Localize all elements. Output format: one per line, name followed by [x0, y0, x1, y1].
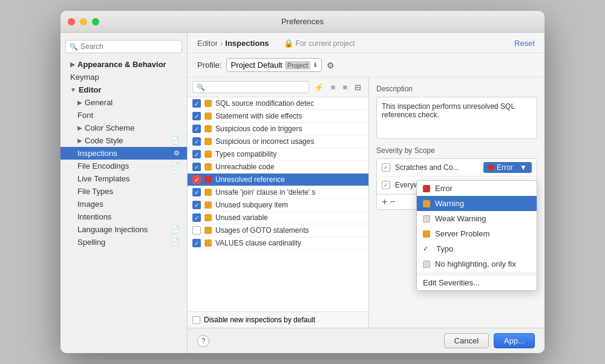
sidebar-item-file-types[interactable]: File Types — [60, 185, 187, 198]
sidebar-item-images[interactable]: Images — [60, 198, 187, 210]
severity-row-scratches[interactable]: ✓ Scratches and Co... Error ▼ — [377, 159, 537, 177]
insp-name: Usages of GOTO statements — [215, 226, 364, 235]
dropdown-item-error[interactable]: Error — [417, 181, 537, 196]
profile-tag: Project — [285, 61, 310, 70]
insp-row-types-compat[interactable]: ✓ Types compatibility — [188, 148, 368, 161]
insp-check[interactable] — [192, 226, 201, 235]
insp-check[interactable]: ✓ — [192, 112, 201, 120]
collapse-button[interactable]: ≡ — [340, 82, 350, 93]
reset-button[interactable]: Reset — [514, 39, 535, 48]
remove-scope-button[interactable]: − — [390, 197, 395, 207]
sidebar-item-inspections[interactable]: Inspections ⚙ — [60, 147, 187, 160]
sidebar-item-label: Inspections — [77, 149, 117, 158]
severity-check[interactable]: ✓ — [382, 181, 390, 189]
cancel-button[interactable]: Cancel — [444, 333, 489, 348]
dropdown-item-weak-warning[interactable]: Weak Warning — [417, 211, 537, 226]
sidebar-item-spelling[interactable]: Spelling 📄 — [60, 236, 187, 249]
insp-row-suspicious-triggers[interactable]: ✓ Suspicious code in triggers — [188, 123, 368, 135]
dropdown-item-no-highlight[interactable]: No highlighting, only fix — [417, 256, 537, 271]
description-text: This inspection performs unresolved SQL … — [382, 102, 515, 119]
dropdown-item-server-problem[interactable]: Server Problem — [417, 226, 537, 241]
sidebar-item-intentions[interactable]: Intentions — [60, 210, 187, 223]
insp-check[interactable]: ✓ — [192, 125, 201, 133]
filter-button[interactable]: ⚡ — [312, 82, 326, 93]
insp-check[interactable]: ✓ — [192, 213, 201, 222]
insp-color-dot — [204, 163, 212, 171]
expand-button[interactable]: ≡ — [329, 82, 338, 93]
sidebar-item-live-templates[interactable]: Live Templates — [60, 172, 187, 185]
main-panel: Editor › Inspections 🔒 For current proje… — [188, 33, 544, 353]
profile-label: Profile: — [197, 60, 221, 70]
insp-color-dot — [204, 201, 212, 209]
sidebar-item-language-injections[interactable]: Language Injections 📄 — [60, 223, 187, 236]
edit-severities-button[interactable]: Edit Severities... — [417, 275, 537, 290]
profile-name: Project Default — [231, 60, 282, 70]
sidebar-item-font[interactable]: Font — [60, 109, 187, 122]
insp-check[interactable]: ✓ — [192, 175, 201, 184]
insp-row-usages-goto[interactable]: Usages of GOTO statements — [188, 224, 368, 237]
footer: ? Cancel App... — [188, 328, 544, 353]
insp-row-unused-subquery[interactable]: ✓ Unused subquery item — [188, 199, 368, 212]
profile-select[interactable]: Project Default Project ⬇ — [226, 58, 322, 72]
profile-gear-icon[interactable]: ⚙ — [327, 60, 335, 70]
insp-check[interactable]: ✓ — [192, 163, 201, 171]
sidebar-item-general[interactable]: ▶ General — [60, 96, 187, 109]
insp-check[interactable]: ✓ — [192, 239, 201, 247]
dropdown-item-typo[interactable]: ✓ Typo — [417, 241, 537, 256]
insp-row-unsafe-join[interactable]: ✓ Unsafe 'join' clause in 'delete' s — [188, 186, 368, 199]
no-highlight-dot — [423, 261, 430, 268]
sidebar-item-file-encodings[interactable]: File Encodings 📄 — [60, 160, 187, 172]
severity-check[interactable]: ✓ — [382, 163, 390, 172]
disable-checkbox[interactable] — [192, 316, 200, 324]
insp-check[interactable]: ✓ — [192, 188, 201, 197]
insp-row-values-cardinality[interactable]: ✓ VALUES clause cardinality — [188, 237, 368, 250]
insp-check[interactable]: ✓ — [192, 201, 201, 209]
close-button[interactable] — [68, 18, 75, 25]
insp-color-dot — [204, 189, 212, 196]
language-injections-icon: 📄 — [171, 226, 180, 233]
dropdown-separator — [417, 273, 537, 273]
sidebar-search-container[interactable]: 🔍 — [65, 40, 182, 53]
sidebar-item-appearance[interactable]: ▶ Appearance & Behavior — [60, 58, 187, 71]
left-panel: 🔍 ⚡ ≡ ≡ ⊟ ✓ SQL source modification dete… — [188, 77, 369, 328]
sidebar-item-keymap[interactable]: Keymap — [60, 71, 187, 83]
sidebar-item-label: Spelling — [77, 238, 105, 247]
inspections-search[interactable]: 🔍 — [192, 81, 309, 93]
insp-row-sql-source[interactable]: ✓ SQL source modification detec — [188, 97, 368, 110]
sidebar-item-label: Intentions — [77, 212, 111, 221]
description-box: This inspection performs unresolved SQL … — [376, 97, 537, 139]
right-panel: Description This inspection performs unr… — [369, 77, 544, 328]
insp-row-suspicious-incorrect[interactable]: ✓ Suspicious or incorrect usages — [188, 135, 368, 148]
maximize-button[interactable] — [92, 18, 99, 25]
sidebar-item-editor[interactable]: ▼ Editor — [60, 83, 187, 96]
insp-row-unresolved-ref[interactable]: ✓ Unresolved reference — [188, 174, 368, 186]
minimize-button[interactable] — [80, 18, 87, 25]
insp-color-dot — [204, 112, 212, 120]
sidebar-item-label: Code Style — [85, 136, 123, 145]
file-encodings-icon: 📄 — [171, 162, 180, 170]
insp-check[interactable]: ✓ — [192, 150, 201, 158]
insp-row-unused-variable[interactable]: ✓ Unused variable — [188, 212, 368, 224]
insp-row-statement-side[interactable]: ✓ Statement with side effects — [188, 110, 368, 123]
help-button[interactable]: ? — [197, 335, 209, 347]
insp-name: Suspicious code in triggers — [215, 125, 364, 133]
breadcrumb-current: Inspections — [225, 39, 269, 48]
arrow-icon: ▶ — [77, 99, 82, 106]
insp-check[interactable]: ✓ — [192, 137, 201, 146]
severity-badge[interactable]: Error ▼ — [483, 162, 532, 173]
insp-check[interactable]: ✓ — [192, 99, 201, 108]
apply-button[interactable]: App... — [494, 333, 535, 348]
insp-row-unreachable[interactable]: ✓ Unreachable code — [188, 161, 368, 174]
export-button[interactable]: ⊟ — [352, 82, 364, 93]
dropdown-item-warning[interactable]: Warning — [417, 196, 537, 211]
add-scope-button[interactable]: + — [382, 197, 387, 207]
scope-name: Scratches and Co... — [395, 163, 479, 172]
sidebar-item-color-scheme[interactable]: ▶ Color Scheme — [60, 122, 187, 134]
description-section: Description This inspection performs unr… — [376, 85, 537, 139]
spelling-icon: 📄 — [171, 238, 180, 246]
profile-dropdown-arrow-icon: ⬇ — [313, 62, 318, 68]
inspections-search-input[interactable] — [208, 83, 305, 91]
sidebar-item-code-style[interactable]: ▶ Code Style 📄 — [60, 134, 187, 147]
arrow-icon: ▶ — [70, 61, 75, 68]
sidebar-search-input[interactable] — [80, 42, 178, 51]
